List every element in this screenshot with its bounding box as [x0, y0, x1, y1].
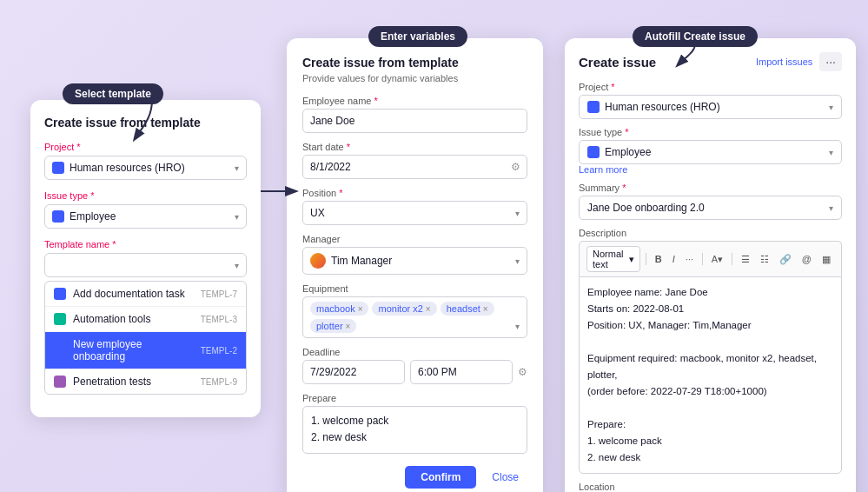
- manager-select[interactable]: Tim Manager ▾: [302, 247, 527, 275]
- tag-headset: headset ×: [441, 302, 494, 316]
- panel1-title: Create issue from template: [44, 116, 247, 130]
- equipment-chevron: ▾: [515, 322, 520, 331]
- start-date-input[interactable]: [302, 155, 527, 179]
- panel1-issuetype-field: Issue type * Employee ▾: [44, 190, 247, 229]
- panel1-issuetype-label: Issue type *: [44, 190, 247, 201]
- panel1-project-field: Project * Human resources (HRO) ▾: [44, 142, 247, 180]
- table-button[interactable]: ▦: [818, 252, 834, 267]
- panel1-project-value: Human resources (HRO): [70, 162, 185, 174]
- equipment-field: Equipment macbook × monitor x2 × headset…: [302, 283, 527, 338]
- manager-avatar: [310, 253, 326, 269]
- italic-button[interactable]: I: [669, 252, 679, 266]
- p3-project-select-inner: Human resources (HRO): [587, 101, 720, 113]
- editor-toolbar: Normal text ▾ B I ··· A▾ ☰ ☷ 🔗 @ ▦: [579, 241, 842, 276]
- template-item-2[interactable]: New employee onboarding TEMPL-2: [45, 332, 246, 369]
- list-unordered-button[interactable]: ☰: [738, 252, 753, 267]
- p3-summary-value[interactable]: Jane Doe onboarding 2.0 ▾: [579, 196, 842, 220]
- learn-more-link[interactable]: Learn more: [579, 164, 842, 175]
- panel1-template-label: Template name *: [44, 239, 247, 249]
- panel3-header: Create issue Import issues ···: [579, 52, 842, 71]
- autofill-badge: Autofill Create issue: [633, 26, 758, 47]
- template-icon-2: [54, 344, 66, 356]
- start-date-field: Start date * ⚙: [302, 142, 527, 179]
- calendar-icon: ⚙: [511, 161, 520, 173]
- bold-button[interactable]: B: [652, 252, 666, 266]
- deadline-datetime: ⚙: [302, 360, 527, 384]
- manager-value: Tim Manager: [331, 255, 392, 267]
- manager-chevron: ▾: [515, 256, 520, 266]
- import-issues-button[interactable]: Import issues: [756, 57, 812, 67]
- p3-issuetype-select[interactable]: Employee ▾: [579, 140, 842, 164]
- manager-field: Manager Tim Manager ▾: [302, 234, 527, 275]
- p3-project-select[interactable]: Human resources (HRO) ▾: [579, 95, 842, 119]
- p3-project-icon: [587, 101, 600, 113]
- toolbar-separator-2: [702, 253, 703, 265]
- deadline-field: Deadline ⚙: [302, 347, 527, 384]
- toolbar-separator-3: [732, 253, 732, 265]
- panel1-issuetype-chevron: ▾: [235, 212, 239, 222]
- list-ordered-button[interactable]: ☷: [757, 252, 772, 267]
- equipment-tags[interactable]: macbook × monitor x2 × headset × plotter…: [302, 296, 527, 338]
- project-icon: [52, 162, 64, 174]
- panel1-project-select[interactable]: Human resources (HRO) ▾: [44, 156, 247, 180]
- more-format-button[interactable]: ···: [682, 252, 697, 266]
- p3-summary-label: Summary *: [579, 183, 842, 193]
- template-item-1[interactable]: Automation tools TEMPL-3: [45, 307, 246, 332]
- position-value: UX: [310, 207, 325, 219]
- position-select[interactable]: UX ▾: [302, 201, 527, 225]
- select-template-badge: Select template: [63, 83, 163, 104]
- template-name-2: New employee onboarding: [73, 338, 194, 362]
- more-options-button[interactable]: ···: [819, 52, 842, 71]
- start-date-label: Start date *: [302, 142, 527, 152]
- p3-project-label: Project *: [579, 82, 842, 92]
- panel2-title: Create issue from template: [302, 56, 527, 70]
- tag-plotter: plotter ×: [310, 319, 356, 333]
- p3-issuetype-select-inner: Employee: [587, 146, 651, 158]
- panel-select-template: Create issue from template Project * Hum…: [30, 100, 261, 417]
- editor-format-select[interactable]: Normal text ▾: [586, 246, 640, 272]
- employee-name-label: Employee name *: [302, 96, 527, 106]
- p3-description-field: Description Normal text ▾ B I ··· A▾ ☰ ☷…: [579, 228, 842, 474]
- p3-issuetype-label: Issue type *: [579, 127, 842, 137]
- template-search-input[interactable]: on*: [52, 259, 235, 271]
- panel-enter-variables: Create issue from template Provide value…: [287, 38, 543, 492]
- template-item-3[interactable]: Penetration tests TEMPL-9: [45, 369, 246, 394]
- p3-location-field: Location: [579, 482, 842, 492]
- template-code-0: TEMPL-7: [201, 289, 237, 299]
- font-color-button[interactable]: A▾: [708, 252, 726, 267]
- panel2-subtitle: Provide values for dynamic variables: [302, 73, 527, 83]
- employee-name-field: Employee name *: [302, 96, 527, 133]
- link-button[interactable]: 🔗: [776, 252, 795, 267]
- template-name-1: Automation tools: [73, 313, 194, 325]
- start-date-wrapper: ⚙: [302, 155, 527, 179]
- deadline-date-input[interactable]: [302, 360, 405, 384]
- p3-description-label: Description: [579, 228, 842, 238]
- panel1-issuetype-select[interactable]: Employee ▾: [44, 204, 247, 229]
- position-label: Position *: [302, 188, 527, 198]
- close-button[interactable]: Close: [483, 466, 527, 489]
- p3-issuetype-chevron: ▾: [829, 148, 833, 157]
- template-icon-0: [54, 288, 66, 300]
- confirm-button[interactable]: Confirm: [405, 466, 476, 489]
- enter-variables-badge: Enter variables: [368, 26, 467, 47]
- template-item-0[interactable]: Add documentation task TEMPL-7: [45, 282, 246, 307]
- template-code-1: TEMPL-3: [201, 315, 237, 324]
- p3-project-field: Project * Human resources (HRO) ▾: [579, 82, 842, 119]
- header-right: Import issues ···: [756, 52, 842, 71]
- employee-name-input[interactable]: [302, 109, 527, 133]
- p3-summary-chevron: ▾: [829, 203, 833, 213]
- deadline-time-input[interactable]: [410, 360, 513, 384]
- deadline-label: Deadline: [302, 347, 527, 357]
- p3-project-value: Human resources (HRO): [605, 101, 720, 113]
- editor-format-chevron: ▾: [629, 254, 634, 265]
- mention-button[interactable]: @: [798, 252, 815, 266]
- p3-location-label: Location: [579, 482, 842, 492]
- panel-create-issue: Create issue Import issues ··· Project *…: [565, 38, 856, 492]
- panel1-template-search[interactable]: on* ▾: [44, 253, 247, 277]
- p3-project-chevron: ▾: [829, 103, 833, 112]
- issuetype-icon: [52, 210, 64, 223]
- editor-content[interactable]: Employee name: Jane Doe Starts on: 2022-…: [579, 276, 842, 474]
- panel2-footer: Confirm Close: [302, 466, 527, 489]
- template-icon-1: [54, 313, 66, 325]
- panel1-project-chevron: ▾: [235, 163, 239, 173]
